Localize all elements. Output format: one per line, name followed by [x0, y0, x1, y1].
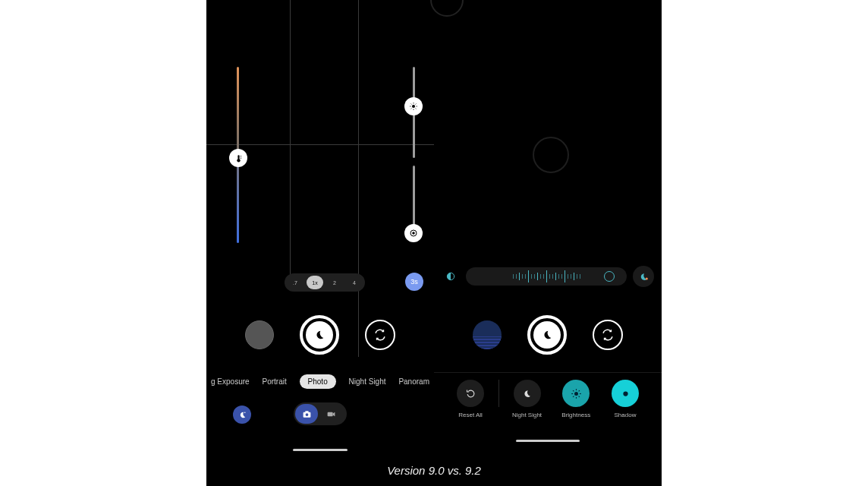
tool-reset-all[interactable]: Reset All	[449, 380, 492, 418]
switch-camera-button[interactable]	[365, 320, 395, 350]
grid-vertical-2	[358, 0, 359, 357]
svg-rect-20	[327, 412, 332, 415]
tool-reset-all-label: Reset All	[458, 412, 483, 418]
mode-photo[interactable]: Photo	[300, 374, 336, 389]
grid-horizontal-1	[206, 144, 434, 145]
svg-point-24	[574, 392, 578, 396]
svg-point-18	[305, 413, 308, 416]
mode-tabs[interactable]: g Exposure Portrait Photo Night Sight Pa…	[206, 372, 434, 390]
svg-point-23	[645, 277, 647, 279]
exposure-ruler-row	[442, 266, 654, 287]
tool-divider-vertical	[498, 380, 499, 407]
svg-line-31	[573, 396, 574, 396]
svg-rect-19	[305, 411, 308, 412]
photo-video-toggle[interactable]	[294, 402, 347, 425]
gallery-thumbnail[interactable]	[245, 320, 274, 349]
ruler-current-marker[interactable]	[604, 271, 615, 282]
toggle-video[interactable]	[319, 404, 342, 424]
zoom-0_7x[interactable]: .7	[287, 276, 303, 289]
temperature-slider-knob[interactable]	[229, 149, 247, 167]
tool-brightness-label: Brightness	[561, 412, 590, 418]
mode-portrait[interactable]: Portrait	[262, 377, 286, 386]
shutter-inner	[306, 321, 333, 349]
tool-shadow-label: Shadow	[615, 412, 637, 418]
svg-point-15	[412, 232, 415, 235]
moon-icon	[541, 329, 553, 341]
shadow-slider-knob[interactable]	[404, 224, 423, 242]
tool-night-sight[interactable]: Night Sight	[506, 380, 549, 418]
timer-indicator[interactable]: 3s	[405, 273, 423, 291]
moon-icon	[313, 329, 326, 341]
mode-panorama[interactable]: Panoram	[398, 377, 429, 386]
flip-camera-icon	[601, 328, 615, 342]
shadow-icon	[409, 229, 418, 238]
svg-line-29	[573, 390, 574, 391]
zoom-2x[interactable]: 2	[326, 276, 343, 289]
comparison-canvas: .7 1x 2 4 3s g Exposu	[206, 0, 662, 486]
brightness-icon	[409, 102, 418, 111]
ruler-left-indicator	[442, 267, 460, 286]
quick-settings-button[interactable]	[233, 406, 251, 424]
half-moon-icon	[445, 270, 457, 282]
svg-point-33	[623, 391, 627, 396]
exposure-ruler[interactable]	[466, 267, 627, 286]
temperature-icon	[234, 153, 244, 163]
svg-line-10	[411, 104, 412, 105]
tool-separator	[434, 372, 662, 373]
tool-brightness[interactable]: Brightness	[555, 380, 597, 418]
moon-icon	[521, 388, 533, 399]
version-9-2-screenshot: Reset All Night Sight	[434, 0, 662, 486]
mode-long-exposure[interactable]: g Exposure	[211, 377, 250, 386]
flip-camera-icon	[373, 328, 387, 342]
tool-night-sight-label: Night Sight	[512, 412, 542, 418]
shutter-button[interactable]	[300, 315, 339, 355]
ruler-ticks	[472, 270, 621, 282]
camera-icon	[302, 409, 312, 419]
adjustment-tools: Reset All Night Sight	[449, 380, 646, 418]
svg-rect-0	[237, 155, 239, 159]
reset-icon	[465, 388, 476, 399]
zoom-1x[interactable]: 1x	[307, 276, 323, 289]
zoom-selector[interactable]: .7 1x 2 4	[285, 273, 365, 292]
svg-line-11	[416, 109, 417, 109]
mode-night-sight[interactable]: Night Sight	[349, 377, 386, 386]
shutter-button[interactable]	[527, 315, 567, 355]
focus-ring	[533, 137, 569, 173]
switch-camera-button[interactable]	[593, 320, 623, 350]
shutter-row-left	[206, 316, 434, 354]
bottom-controls	[206, 401, 434, 428]
home-indicator	[293, 449, 348, 451]
zoom-4x[interactable]: 4	[346, 276, 363, 289]
svg-marker-21	[332, 412, 335, 415]
svg-line-13	[416, 104, 417, 105]
svg-point-16	[244, 412, 245, 413]
settings-crescent-icon	[237, 410, 247, 420]
svg-point-5	[412, 105, 415, 108]
image-caption: Version 9.0 vs. 9.2	[206, 464, 662, 477]
moon-exposure-icon	[638, 271, 649, 282]
svg-line-32	[578, 390, 579, 391]
sun-icon	[571, 388, 582, 399]
exposure-mode-button[interactable]	[633, 266, 654, 287]
tool-shadow[interactable]: Shadow	[604, 380, 646, 418]
home-indicator	[516, 440, 580, 442]
svg-line-12	[411, 109, 412, 109]
toggle-photo[interactable]	[295, 404, 318, 424]
svg-line-30	[578, 396, 579, 396]
shutter-inner	[533, 321, 561, 349]
brightness-slider-knob[interactable]	[404, 97, 423, 115]
shadow-slider-track[interactable]	[413, 166, 415, 228]
shutter-row-right	[434, 316, 662, 354]
video-icon	[326, 409, 336, 419]
gallery-thumbnail[interactable]	[473, 320, 502, 349]
version-9-0-screenshot: .7 1x 2 4 3s g Exposu	[206, 0, 434, 486]
dot-icon	[620, 388, 631, 399]
svg-point-1	[237, 159, 240, 162]
